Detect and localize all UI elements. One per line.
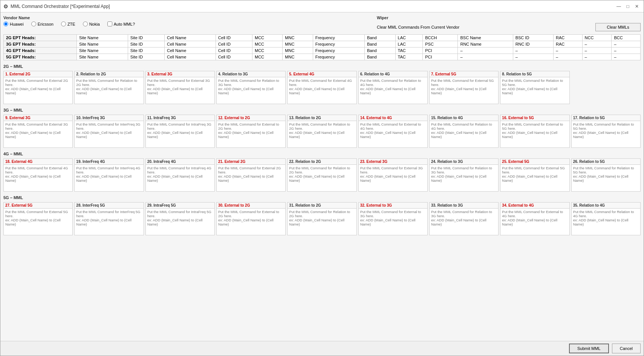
head-row-cell: – [458, 48, 513, 54]
command-cell: 21. External 2G [216, 158, 286, 192]
command-header: 10. InterFreq 3G [75, 115, 143, 121]
vendor-ericsson-label: Ericsson [38, 22, 54, 26]
command-header: 5. External 4G [288, 71, 356, 77]
command-textarea[interactable] [75, 121, 143, 147]
vendor-radios: Huawei Ericsson ZTE Nokia [3, 21, 371, 26]
command-cell: 27. External 5G [3, 202, 73, 235]
head-row-cell: – [582, 48, 612, 54]
command-header: 8. Relation to 5G [500, 71, 569, 77]
head-row-cell: Frequency [313, 41, 364, 48]
command-cell: 14. External to 4G [358, 115, 428, 148]
command-cell: 11. IntraFreq 3G [145, 115, 215, 148]
command-textarea[interactable] [359, 77, 427, 104]
command-header: 25. External 5G [500, 159, 569, 165]
command-textarea[interactable] [572, 165, 640, 191]
command-textarea[interactable] [500, 209, 569, 235]
command-textarea[interactable] [4, 165, 72, 191]
vendor-zte-label: ZTE [67, 22, 75, 26]
mml-section-title: 3G – MML [3, 107, 641, 113]
command-textarea[interactable] [146, 121, 214, 147]
wiper-clear-label: Clear MML Commands From Current Vendor [377, 25, 459, 29]
command-header: 13. Relation to 2G [288, 115, 356, 121]
head-row-cell: Site ID [128, 54, 164, 60]
command-header: 35. Relation to 4G [572, 203, 640, 209]
head-row-cell: Cell Name [164, 48, 216, 54]
command-textarea[interactable] [500, 165, 569, 191]
command-textarea[interactable] [217, 121, 285, 147]
command-textarea[interactable] [359, 209, 427, 235]
auto-mml-label: Auto MML? [114, 22, 135, 26]
command-textarea[interactable] [430, 77, 498, 104]
command-header: 26. Relation to 5G [572, 159, 640, 165]
command-textarea[interactable] [288, 165, 356, 191]
command-textarea[interactable] [500, 77, 569, 104]
command-textarea[interactable] [4, 209, 72, 235]
vendor-ericsson[interactable]: Ericsson [31, 21, 54, 26]
command-textarea[interactable] [572, 209, 640, 235]
command-textarea[interactable] [4, 121, 72, 147]
command-textarea[interactable] [359, 121, 427, 147]
command-header: 34. External to 4G [500, 203, 569, 209]
head-row-cell: – [582, 54, 612, 60]
title-bar: ⚙ MML Command Orchestrator [*Experimenta… [0, 0, 644, 12]
wiper-section: Wiper Clear MML Commands From Current Ve… [377, 15, 641, 31]
vendor-section: Vendor Name Huawei Ericsson ZTE [3, 15, 371, 31]
commands-grid: 1. External 2G2. Relation to 2G3. Extern… [3, 71, 641, 104]
command-textarea[interactable] [146, 209, 214, 235]
vendor-huawei[interactable]: Huawei [3, 21, 24, 26]
command-textarea[interactable] [75, 77, 143, 104]
command-textarea[interactable] [430, 209, 498, 235]
command-cell: 19. InterFreq 4G [74, 158, 144, 192]
vendor-huawei-label: Huawei [10, 22, 24, 26]
head-row-cell: RNC Name [458, 41, 513, 48]
head-row-cell: Frequency [313, 35, 364, 41]
command-cell: 8. Relation to 5G [500, 71, 569, 104]
command-header: 3. External 3G [146, 71, 214, 77]
command-textarea[interactable] [4, 77, 72, 104]
minimize-button[interactable]: — [615, 3, 623, 10]
head-row-cell: – [612, 54, 641, 60]
command-cell: 5. External 4G [287, 71, 356, 104]
command-header: 14. External to 4G [359, 115, 427, 121]
command-header: 16. External to 5G [500, 115, 569, 121]
close-button[interactable]: ✕ [633, 3, 641, 10]
head-row-cell: Frequency [313, 48, 364, 54]
command-textarea[interactable] [500, 121, 569, 147]
auto-mml-checkbox[interactable]: Auto MML? [107, 21, 135, 26]
command-textarea[interactable] [217, 165, 285, 191]
command-cell: 35. Relation to 4G [571, 202, 641, 235]
command-textarea[interactable] [217, 77, 285, 104]
command-header: 23. External 3G [359, 159, 427, 165]
command-textarea[interactable] [288, 77, 356, 104]
vendor-zte[interactable]: ZTE [61, 21, 75, 26]
command-textarea[interactable] [75, 165, 143, 191]
command-textarea[interactable] [359, 165, 427, 191]
command-textarea[interactable] [217, 209, 285, 235]
command-textarea[interactable] [146, 165, 214, 191]
command-cell: 18. External 4G [3, 158, 73, 192]
submit-mml-button[interactable]: Submit MML [569, 344, 609, 353]
head-row-cell: MCC [252, 54, 282, 60]
cancel-button[interactable]: Cancel [612, 344, 641, 353]
command-textarea[interactable] [430, 121, 498, 147]
command-textarea[interactable] [75, 209, 143, 235]
vendor-nokia[interactable]: Nokia [83, 21, 100, 26]
command-textarea[interactable] [288, 121, 356, 147]
command-cell: 33. Relation to 3G [429, 202, 499, 235]
command-header: 29. IntraFreq 5G [146, 203, 214, 209]
maximize-button[interactable]: □ [624, 3, 632, 10]
head-row-cell: Band [364, 35, 395, 41]
command-textarea[interactable] [572, 121, 640, 147]
command-header: 1. External 2G [4, 71, 72, 77]
command-textarea[interactable] [146, 77, 214, 104]
command-textarea[interactable] [430, 165, 498, 191]
mml-section-title: 4G – MML [3, 151, 641, 157]
head-row-cell: LAC [395, 41, 423, 48]
footer: Submit MML Cancel [0, 341, 644, 356]
clear-mmls-button[interactable]: Clear MMLs [595, 23, 641, 31]
command-cell: 17. Relation to 5G [571, 115, 641, 148]
command-header: 7. External 5G [430, 71, 498, 77]
head-row-cell: MNC [283, 41, 313, 48]
head-row-cell: TAC [395, 48, 423, 54]
command-textarea[interactable] [288, 209, 356, 235]
